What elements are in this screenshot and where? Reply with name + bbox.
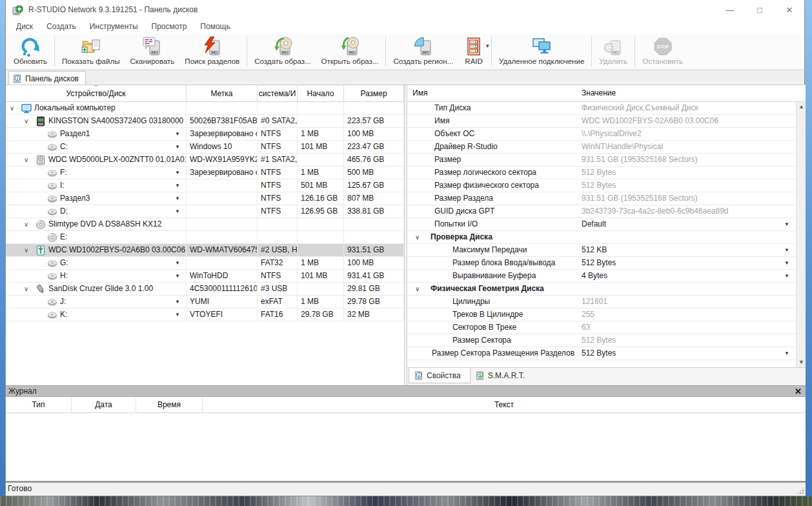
table-row[interactable]: C:▼Windows 10NTFS101 MB223.47 GB	[6, 141, 404, 154]
scroll-down-icon[interactable]: ▼	[797, 358, 806, 367]
chevron-down-icon[interactable]: ▼	[175, 296, 180, 308]
toolbar-button-search-partitions[interactable]: Поиск разделов	[179, 34, 245, 68]
column-header-1[interactable]: Метка	[187, 85, 258, 101]
minimize-button[interactable]: —	[715, 0, 745, 19]
property-row[interactable]: Выравнивание Буфера4 Bytes▼	[407, 270, 796, 283]
journal-column-3[interactable]: Текст	[203, 397, 806, 413]
toolbar-button-stop[interactable]: STOPОстановить	[637, 34, 688, 68]
table-row[interactable]: Раздел1▼Зарезервировано с...NTFS1 MB100 …	[6, 128, 404, 141]
chevron-down-icon[interactable]: ▼	[784, 244, 789, 256]
expand-arrow-icon[interactable]: ∨	[24, 283, 28, 295]
toolbar-button-remove[interactable]: Удалить	[594, 34, 633, 68]
toolbar-button-open-image[interactable]: Открыть образ...	[316, 34, 384, 68]
property-row[interactable]: Максимум Передачи512 KB▼	[407, 244, 796, 257]
properties-rows: Тип ДискаФизический Диск,Съемный ДискИмя…	[407, 102, 806, 360]
table-row[interactable]: K:▼VTOYEFIFAT1629.78 GB32 MB	[6, 309, 404, 321]
property-row[interactable]: Физическая Геометрия Диска∨	[407, 283, 796, 296]
usb-hdd-icon	[36, 245, 46, 256]
table-row[interactable]: J:▼YUMIexFAT1 MB29.78 GB	[6, 296, 404, 309]
expand-arrow-icon[interactable]: ∨	[24, 115, 28, 127]
menu-item-3[interactable]: Просмотр	[147, 22, 196, 31]
toolbar-button-show-files[interactable]: Показать файлы	[57, 34, 125, 68]
expand-arrow-icon[interactable]: ∨	[10, 102, 14, 114]
toolbar-button-scan[interactable]: Сканировать	[125, 34, 179, 68]
table-row[interactable]: E:	[6, 231, 404, 244]
column-header-2[interactable]: система/И	[258, 85, 298, 101]
column-header-0[interactable]: ^Устройство/Диск	[6, 85, 187, 101]
chevron-down-icon[interactable]: ▼	[175, 141, 180, 153]
property-row[interactable]: Попытки I/ODefault▼	[407, 218, 796, 231]
property-row[interactable]: Размер блока Ввода/вывода512 Bytes▼	[407, 257, 796, 270]
menu-item-4[interactable]: Помощь	[195, 22, 238, 31]
device-cell: J:▼	[6, 296, 187, 308]
column-header-4[interactable]: Размер	[344, 85, 404, 101]
toolbar-button-remote-connection[interactable]: Удаленное подключение	[494, 34, 589, 68]
chevron-down-icon[interactable]: ▼	[175, 257, 180, 269]
table-row[interactable]: ∨Локальный компьютер	[6, 102, 404, 115]
chevron-down-icon[interactable]: ▼	[485, 43, 490, 49]
start-cell	[298, 154, 344, 166]
property-row: ИмяWDC WD1002FBYS-02A6B0 03.00C06	[407, 115, 796, 128]
table-row[interactable]: ∨WDC WD5000LPLX-00ZNTT0 01.01A01WD-WX91A…	[6, 154, 404, 167]
tab-disk-panel[interactable]: i Панель дисков	[8, 71, 86, 85]
column-header-3[interactable]: Начало	[298, 85, 344, 101]
close-button[interactable]: ✕	[775, 0, 804, 19]
chevron-down-icon[interactable]: ∨	[415, 283, 420, 295]
resize-grip-icon[interactable]	[797, 487, 804, 494]
chevron-down-icon[interactable]: ▼	[175, 309, 180, 321]
journal-column-2[interactable]: Время	[136, 397, 203, 413]
tab-свойства[interactable]: iСвойства	[409, 368, 471, 383]
size-cell: 125.67 GB	[344, 179, 404, 192]
chevron-down-icon[interactable]: ▼	[784, 347, 789, 359]
chevron-down-icon[interactable]: ▼	[175, 167, 180, 179]
property-row[interactable]: Размер Сектора Размещения Разделов512 By…	[407, 347, 796, 360]
journal-column-1[interactable]: Дата	[72, 397, 136, 413]
chevron-down-icon[interactable]: ▼	[175, 205, 180, 218]
chevron-down-icon[interactable]: ▼	[175, 270, 180, 282]
column-header-label: Размер	[360, 89, 387, 98]
toolbar-button-create-image[interactable]: Создать образ...	[249, 34, 316, 68]
start-cell	[298, 115, 344, 127]
remote-connection-icon	[531, 36, 552, 57]
start-cell: 501 MB	[298, 179, 344, 192]
table-row[interactable]: D:▼NTFS126.95 GB338.81 GB	[6, 205, 404, 218]
table-row[interactable]: ∨WDC WD1002FBYS-02A6B0 03.00C06WD-WMATV6…	[6, 244, 404, 257]
maximize-button[interactable]: □	[745, 0, 775, 19]
menu-item-1[interactable]: Создать	[41, 22, 85, 31]
chevron-down-icon[interactable]: ▼	[784, 257, 789, 269]
device-cell: D:▼	[6, 205, 187, 218]
expand-arrow-icon[interactable]: ∨	[24, 244, 28, 256]
chevron-down-icon[interactable]: ▼	[175, 128, 180, 140]
start-cell: 126.16 GB	[298, 192, 344, 205]
window-controls: —□✕	[715, 0, 804, 19]
chevron-down-icon[interactable]: ∨	[415, 231, 420, 243]
table-row[interactable]: ∨Slimtype DVD A DS8A8SH KX12	[6, 218, 404, 231]
properties-scrollbar[interactable]: ▲ ▼	[796, 102, 806, 367]
table-row[interactable]: H:▼WinToHDDNTFS101 MB931.41 GB	[6, 270, 404, 283]
table-row[interactable]: Раздел3▼NTFS126.16 GB807 MB	[6, 192, 404, 205]
journal-column-0[interactable]: Тип	[6, 397, 72, 413]
tab-smart[interactable]: SS.M.A.R.T.	[471, 368, 534, 383]
table-row[interactable]: G:▼FAT321 MB100 MB	[6, 257, 404, 270]
property-row: Цилиндры121601	[407, 296, 796, 309]
toolbar-button-refresh[interactable]: Обновить	[8, 34, 52, 68]
property-value: Default	[582, 218, 606, 230]
expand-arrow-icon[interactable]: ∨	[24, 154, 28, 166]
menu-item-2[interactable]: Инструменты	[85, 22, 147, 31]
table-row[interactable]: ∨SanDisk Cruzer Glide 3.0 1.004C53000111…	[6, 283, 404, 296]
property-row[interactable]: Проверка Диска∨	[407, 231, 796, 244]
toolbar-button-create-region[interactable]: Создать регион...	[388, 34, 458, 68]
expand-arrow-icon[interactable]: ∨	[24, 218, 28, 230]
table-row[interactable]: I:▼NTFS501 MB125.67 GB	[6, 179, 404, 192]
table-row[interactable]: F:▼Зарезервировано с...NTFS1 MB500 MB	[6, 167, 404, 179]
chevron-down-icon[interactable]: ▼	[175, 192, 180, 205]
chevron-down-icon[interactable]: ▼	[784, 270, 789, 282]
journal-close-icon[interactable]: ✕	[795, 386, 802, 397]
chevron-down-icon[interactable]: ▼	[784, 218, 789, 230]
scroll-up-icon[interactable]: ▲	[797, 102, 806, 112]
device-name: F:	[60, 167, 67, 179]
chevron-down-icon[interactable]: ▼	[175, 179, 180, 192]
toolbar-button-raid[interactable]: RAID▼	[458, 34, 489, 68]
menu-item-0[interactable]: Диск	[11, 22, 41, 31]
table-row[interactable]: ∨SSDKINGSTON SA400S37240G 0318000050026B…	[6, 115, 404, 128]
